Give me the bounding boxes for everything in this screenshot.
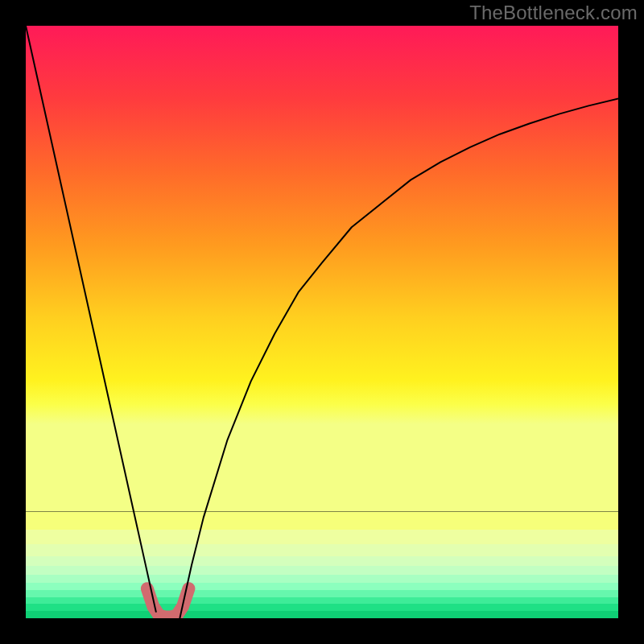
svg-rect-7 xyxy=(26,590,618,597)
chart-container: TheBottleneck.com xyxy=(0,0,644,644)
svg-rect-9 xyxy=(26,604,618,611)
svg-rect-2 xyxy=(26,544,618,556)
svg-rect-5 xyxy=(26,575,618,583)
plot-svg xyxy=(26,26,618,618)
svg-rect-4 xyxy=(26,566,618,576)
bottom-color-bands xyxy=(26,512,618,618)
svg-rect-8 xyxy=(26,597,618,605)
plot-area xyxy=(26,26,618,618)
svg-rect-6 xyxy=(26,583,618,590)
gradient-background xyxy=(26,26,618,512)
svg-rect-1 xyxy=(26,530,618,545)
svg-rect-10 xyxy=(26,611,618,618)
watermark-text: TheBottleneck.com xyxy=(469,2,638,24)
svg-rect-0 xyxy=(26,512,618,530)
svg-rect-3 xyxy=(26,556,618,567)
